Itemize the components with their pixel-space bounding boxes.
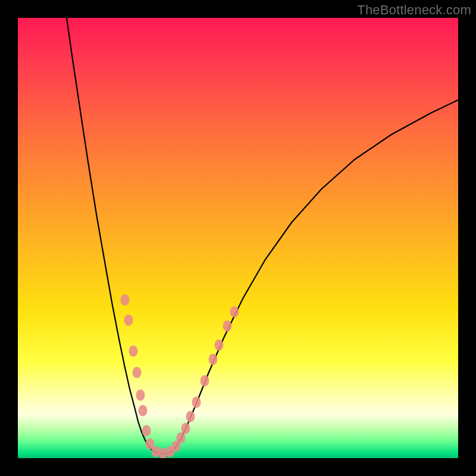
data-marker xyxy=(129,346,138,357)
data-marker xyxy=(215,340,224,351)
data-marker xyxy=(124,315,133,326)
attribution-text: TheBottleneck.com xyxy=(357,2,471,18)
data-marker xyxy=(230,306,239,318)
data-marker xyxy=(142,425,151,437)
data-marker xyxy=(186,411,195,422)
data-marker xyxy=(181,423,190,434)
plot-area xyxy=(18,18,458,458)
data-marker xyxy=(136,390,145,401)
data-marker xyxy=(223,321,232,332)
bottleneck-curve xyxy=(18,18,458,458)
data-marker xyxy=(192,397,201,408)
data-marker xyxy=(201,375,209,387)
data-marker xyxy=(177,433,186,444)
chart-frame: TheBottleneck.com xyxy=(0,0,476,476)
data-marker xyxy=(209,354,218,365)
data-marker xyxy=(133,367,142,378)
bottleneck-curve-path xyxy=(67,18,458,453)
data-marker xyxy=(121,295,130,306)
data-marker xyxy=(139,405,148,416)
